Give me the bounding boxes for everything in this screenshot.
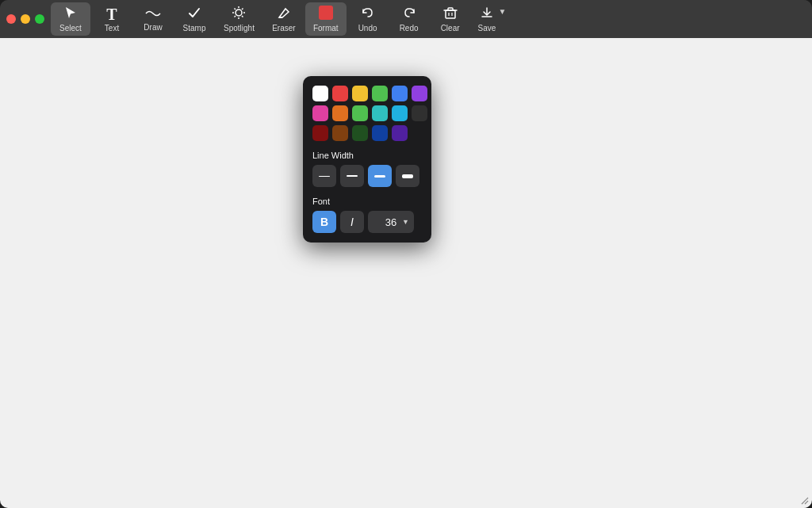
spotlight-label: Spotlight: [224, 24, 255, 32]
text-icon: T: [106, 6, 117, 22]
line-medium-thin[interactable]: [340, 165, 364, 187]
canvas-area[interactable]: Line Width Font B: [0, 38, 812, 508]
font-bold-button[interactable]: B: [312, 211, 336, 233]
font-size-select[interactable]: 8 10 12 14 16 18 24 36 48 72: [368, 211, 414, 233]
font-options: B I 8 10 12 14 16 18 24 36 48: [312, 211, 422, 233]
color-orange[interactable]: [332, 105, 348, 121]
color-grid: [312, 86, 422, 141]
clear-label: Clear: [441, 24, 460, 32]
color-dark-red[interactable]: [312, 125, 328, 141]
select-label: Select: [59, 24, 82, 32]
color-dark-blue[interactable]: [372, 125, 388, 141]
tool-eraser[interactable]: Eraser: [264, 2, 304, 36]
svg-rect-10: [446, 10, 455, 18]
font-label: Font: [312, 197, 422, 206]
clear-icon: [443, 6, 458, 22]
tool-format[interactable]: Format: [305, 2, 347, 36]
color-pink[interactable]: [312, 105, 328, 121]
color-teal[interactable]: [372, 105, 388, 121]
format-label: Format: [313, 24, 339, 32]
redo-label: Redo: [400, 24, 419, 32]
title-bar: Select T Text Draw: [0, 0, 812, 38]
app-window: Select T Text Draw: [0, 0, 812, 508]
save-label: Save: [478, 24, 496, 32]
svg-point-0: [236, 10, 242, 16]
format-icon: [319, 6, 333, 22]
tool-stamp[interactable]: Stamp: [174, 2, 214, 36]
tool-text[interactable]: T Text: [92, 2, 132, 36]
window-controls: [6, 14, 44, 24]
svg-line-6: [242, 16, 243, 17]
color-green[interactable]: [372, 86, 388, 101]
save-dropdown-arrow: ▼: [498, 7, 506, 16]
tool-clear[interactable]: Clear: [431, 2, 470, 36]
line-width-label: Line Width: [312, 151, 422, 160]
undo-label: Undo: [358, 24, 377, 32]
minimize-button[interactable]: [21, 14, 30, 24]
resize-handle[interactable]: [798, 494, 809, 505]
font-size-wrapper: 8 10 12 14 16 18 24 36 48 72 ▼: [368, 211, 414, 233]
draw-icon: [145, 7, 161, 21]
select-icon: [63, 6, 78, 22]
font-italic-button[interactable]: I: [340, 211, 364, 233]
color-dark-purple[interactable]: [392, 125, 408, 141]
stamp-label: Stamp: [183, 24, 206, 32]
color-dark[interactable]: [412, 105, 427, 121]
tool-save[interactable]: Save ▼: [472, 2, 513, 36]
toolbar: Select T Text Draw: [51, 2, 806, 36]
color-dark-green[interactable]: [352, 125, 368, 141]
svg-line-8: [242, 9, 243, 10]
svg-line-7: [235, 16, 236, 17]
maximize-button[interactable]: [35, 14, 44, 24]
color-sky[interactable]: [392, 105, 408, 121]
redo-icon: [402, 6, 416, 22]
eraser-label: Eraser: [272, 24, 295, 32]
eraser-icon: [277, 6, 291, 22]
color-red[interactable]: [332, 86, 348, 101]
close-button[interactable]: [6, 14, 16, 24]
tool-undo[interactable]: Undo: [348, 2, 388, 36]
color-brown[interactable]: [332, 125, 348, 141]
line-medium[interactable]: [368, 165, 392, 187]
color-yellow[interactable]: [352, 86, 368, 101]
format-popup: Line Width Font B: [303, 76, 431, 243]
save-icon: [480, 6, 494, 22]
tool-select[interactable]: Select: [51, 2, 90, 36]
svg-rect-9: [319, 6, 333, 20]
color-lime[interactable]: [352, 105, 368, 121]
tool-spotlight[interactable]: Spotlight: [216, 2, 262, 36]
tool-redo[interactable]: Redo: [389, 2, 429, 36]
draw-label: Draw: [144, 23, 162, 32]
tool-draw[interactable]: Draw: [133, 2, 173, 36]
text-label: Text: [105, 24, 119, 32]
line-thin[interactable]: [312, 165, 336, 187]
color-white[interactable]: [312, 86, 328, 101]
svg-line-5: [235, 9, 236, 10]
color-purple[interactable]: [412, 86, 427, 101]
line-width-options: [312, 165, 422, 187]
undo-icon: [361, 6, 375, 22]
color-blue[interactable]: [392, 86, 408, 101]
stamp-icon: [187, 6, 201, 22]
line-thick[interactable]: [396, 165, 419, 187]
spotlight-icon: [232, 6, 246, 22]
